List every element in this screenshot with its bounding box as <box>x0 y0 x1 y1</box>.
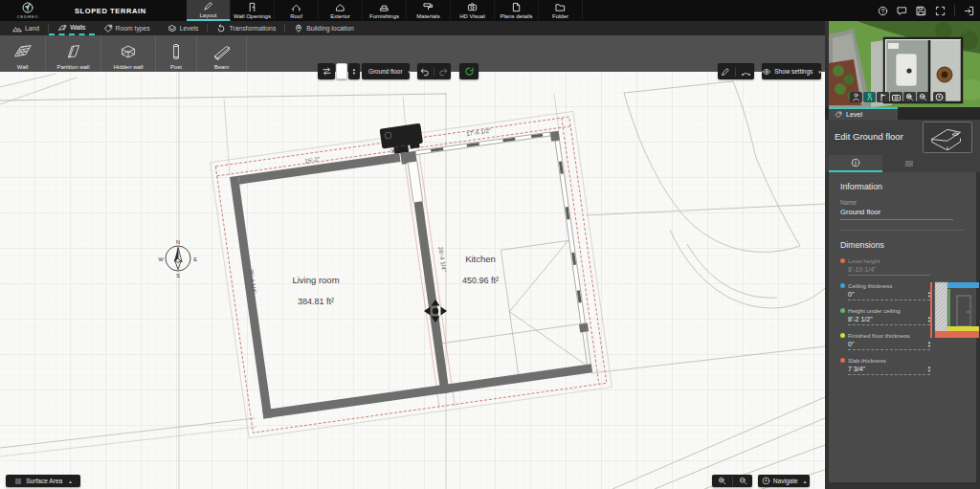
tool-wall[interactable]: Wall <box>0 35 46 72</box>
redo-icon[interactable] <box>438 66 449 77</box>
category-levels[interactable]: Levels <box>159 21 208 35</box>
save-icon[interactable] <box>916 6 926 16</box>
cedreo-logo[interactable]: CEDREO <box>11 1 44 20</box>
tab-folder[interactable]: Folder <box>539 0 583 21</box>
fullscreen-icon[interactable] <box>935 6 946 16</box>
stepper[interactable]: ▴▾ <box>928 366 930 372</box>
reset-plan-button[interactable] <box>459 63 479 79</box>
navigate-label: Navigate <box>773 478 798 484</box>
zoom-in-icon[interactable] <box>718 477 726 485</box>
wall-slab-icon <box>57 23 67 33</box>
category-walls[interactable]: Walls <box>49 21 94 35</box>
surface-area-button[interactable]: Surface Area ▴ <box>6 475 80 487</box>
comments-icon[interactable] <box>897 6 907 16</box>
snapshot-button[interactable] <box>890 92 902 102</box>
preview-zoom-out-button[interactable] <box>917 92 929 102</box>
preview-compass-button[interactable] <box>933 92 946 102</box>
stepper-down-icon: ▾ <box>928 345 930 347</box>
tool-hidden-wall[interactable]: Hidden wall <box>101 35 156 72</box>
tool-post[interactable]: Post <box>156 35 197 72</box>
exit-icon[interactable] <box>964 6 974 16</box>
panel-subtabs <box>825 155 980 172</box>
level-selector-dropdown[interactable]: Ground floor ▾ <box>362 63 410 79</box>
panel-title: Edit Ground floor <box>835 131 903 142</box>
level-section-diagram <box>928 277 980 344</box>
tool-beam[interactable]: Beam <box>197 35 247 72</box>
name-input[interactable]: Ground floor <box>840 206 953 220</box>
stepper-down-icon[interactable]: ▾ <box>353 72 355 76</box>
level-tag-icon <box>835 111 842 119</box>
tab-wall-openings[interactable]: Wall Openings <box>231 0 275 21</box>
beam-tool-icon <box>211 41 234 62</box>
compass-west: W <box>158 256 164 262</box>
divider <box>735 67 736 77</box>
field-ceiling-thickness[interactable]: Ceiling thickness 0" ▴▾ <box>848 282 930 300</box>
house-icon <box>335 2 345 12</box>
flag-view-button[interactable] <box>877 92 889 102</box>
field-level-height: Level height 8'-10 1/4" <box>848 257 930 276</box>
chevron-down-icon: ▾ <box>409 69 412 75</box>
side-panel: Level Edit Ground floor <box>825 21 980 489</box>
roof-icon <box>291 2 301 12</box>
ribbon-tools: Wall Partition wall Hidden wall Post Bea… <box>0 35 825 72</box>
tab-plans-details[interactable]: Plans details <box>495 0 539 21</box>
subtab-information[interactable] <box>829 155 882 172</box>
wall-post-top-right[interactable] <box>550 131 560 142</box>
level-thumbnail[interactable] <box>923 122 972 153</box>
field-finished-floor-thickness[interactable]: Finished floor thickness 0" ▴▾ <box>848 332 930 350</box>
person-view-button[interactable] <box>850 92 862 102</box>
tool-partition-wall[interactable]: Partition wall <box>46 35 101 72</box>
floor-plan-canvas[interactable]: 15'-2" 17'-6 1/2" 25'-4 1/4" 26'-4 1/4" … <box>0 72 825 489</box>
color-swatch-button[interactable] <box>336 63 347 79</box>
wall-post-right[interactable] <box>579 322 589 332</box>
tab-layout[interactable]: Layout <box>187 0 231 21</box>
reset-icon <box>464 66 475 77</box>
mountain-icon <box>12 24 22 33</box>
preview-3d-render <box>829 21 980 107</box>
help-icon[interactable] <box>878 6 888 16</box>
sliders-icon <box>904 159 914 168</box>
status-dot <box>840 258 845 263</box>
undo-redo-group <box>417 63 451 79</box>
zoom-out-icon[interactable] <box>739 477 747 485</box>
swap-level-button[interactable] <box>318 63 335 79</box>
brand-name: CEDREO <box>17 14 39 19</box>
stepper-down-icon: ▾ <box>928 369 930 372</box>
category-room-types[interactable]: Room types <box>95 21 159 35</box>
main-tabs: Layout Wall Openings Roof Exterior Furni… <box>187 0 583 21</box>
divider <box>840 230 965 231</box>
tab-exterior[interactable]: Exterior <box>319 0 363 21</box>
tab-furnishings[interactable]: Furnishings <box>363 0 407 21</box>
level-stepper[interactable]: ▴ ▾ <box>348 63 360 79</box>
show-settings-dropdown[interactable]: Show settings ▾ <box>762 63 821 79</box>
chevron-up-icon: ▴ <box>69 478 72 484</box>
level-selector-value: Ground floor <box>368 68 403 75</box>
tab-hd-visual[interactable]: HD Visual <box>451 0 495 21</box>
tab-roof[interactable]: Roof <box>275 0 319 21</box>
subtab-settings[interactable] <box>882 155 936 172</box>
partition-wall-tool-icon <box>62 41 85 62</box>
divider <box>732 477 733 486</box>
panel-content: Information Name Ground floor Dimensions… <box>829 172 976 482</box>
preview-3d[interactable] <box>829 21 980 107</box>
preview-zoom-in-button[interactable] <box>903 92 916 102</box>
arc-tool-icon[interactable] <box>741 67 751 77</box>
tab-materials[interactable]: Materials <box>407 0 451 21</box>
dimensions-heading: Dimensions <box>840 240 967 250</box>
post-tool-icon <box>165 41 188 62</box>
undo-icon[interactable] <box>419 66 430 77</box>
category-building-location[interactable]: Building location <box>285 21 363 35</box>
paint-roller-icon <box>423 2 434 12</box>
walk-view-button[interactable] <box>863 92 876 102</box>
navigate-dropdown[interactable]: Navigate ▴ <box>758 475 810 487</box>
slab-band <box>935 331 979 338</box>
category-land[interactable]: Land <box>4 21 48 35</box>
tab-level[interactable]: Level <box>829 107 898 120</box>
eye-icon <box>762 67 771 77</box>
field-height-under-ceiling[interactable]: Height under ceiling 8'-2 1/2" ▴▾ <box>848 307 930 325</box>
door-icon <box>247 2 257 12</box>
field-slab-thickness[interactable]: Slab thickness 7 3/4" ▴▾ <box>848 357 930 375</box>
show-settings-label: Show settings <box>774 68 813 75</box>
category-transformations[interactable]: Transformations <box>208 21 284 35</box>
pen-tool-icon[interactable] <box>721 67 730 77</box>
